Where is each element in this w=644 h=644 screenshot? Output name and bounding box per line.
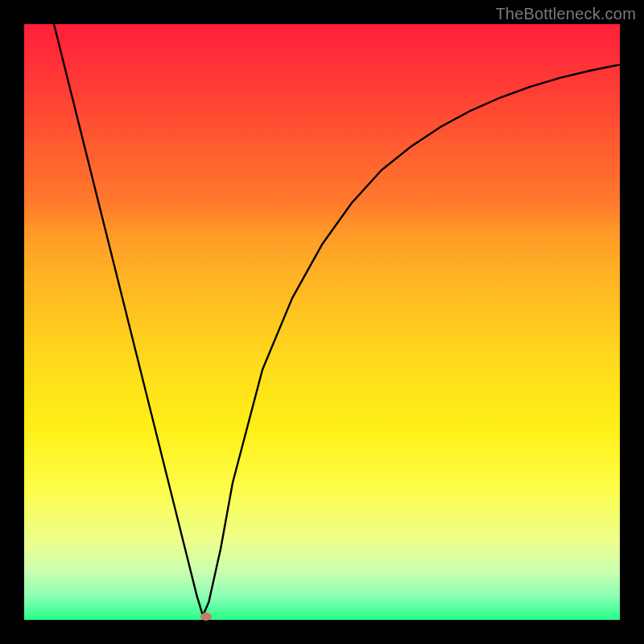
chart-container: TheBottleneck.com — [0, 0, 644, 644]
plot-area — [24, 24, 620, 620]
optimum-marker — [200, 613, 212, 621]
watermark-text: TheBottleneck.com — [495, 5, 636, 23]
bottleneck-curve — [54, 24, 620, 616]
curve-svg — [24, 24, 620, 620]
